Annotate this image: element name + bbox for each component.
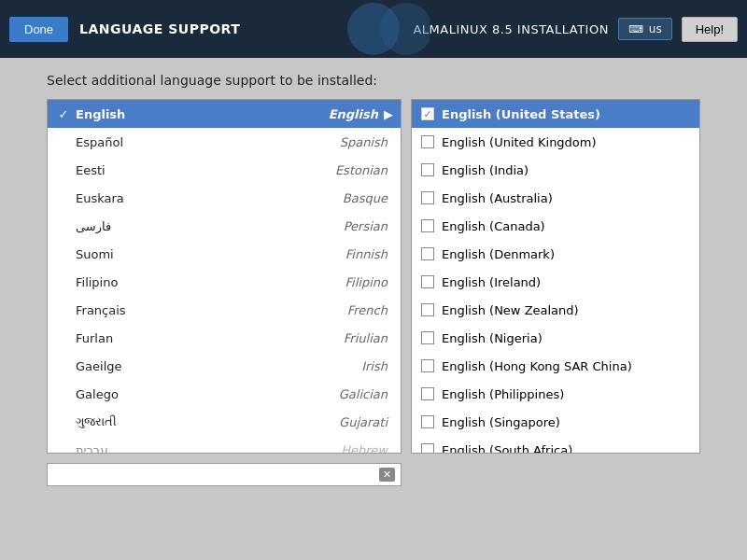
language-item-euskara[interactable]: EuskaraBasque [48,184,401,212]
native-name: עִבְרִית [76,443,341,455]
locale-label: English (Canada) [442,219,545,233]
native-name: فارسی [76,219,344,233]
locale-label: English (Singapore) [442,415,560,429]
language-item-english[interactable]: ✓EnglishEnglish▶ [48,100,401,128]
panels: ✓EnglishEnglish▶EspañolSpanishEestiEston… [47,99,700,454]
locale-label: English (Denmark) [442,247,555,261]
english-name: Gujarati [339,415,388,429]
locale-item-en-dk[interactable]: English (Denmark) [412,240,699,268]
locale-item-en-ca[interactable]: English (Canada) [412,212,699,240]
locale-checkbox [421,303,434,316]
language-item-galego[interactable]: GalegoGalician [48,380,401,408]
native-name: Filipino [76,275,345,289]
locale-checkbox [421,387,434,400]
keyboard-indicator[interactable]: ⌨ us [618,18,672,40]
english-name: Friulian [344,331,388,345]
english-name: Finnish [345,247,388,261]
locale-item-en-za[interactable]: English (South Africa) [412,436,699,454]
language-item-suomi[interactable]: SuomiFinnish [48,240,401,268]
language-item-hebrew[interactable]: עִבְרִיתHebrew [48,436,401,454]
locale-item-en-sg[interactable]: English (Singapore) [412,408,699,436]
locale-checkbox [421,219,434,232]
locale-label: English (Hong Kong SAR China) [442,359,632,373]
native-name: Euskara [76,191,343,205]
language-item-furlan[interactable]: FurlanFriulian [48,324,401,352]
locale-label: English (Ireland) [442,275,541,289]
keyboard-layout: us [649,22,662,35]
language-item-francais[interactable]: FrançaisFrench [48,296,401,324]
native-name: ગુજરાતી [76,414,339,429]
svg-point-0 [347,3,400,55]
locale-item-en-hk[interactable]: English (Hong Kong SAR China) [412,352,699,380]
english-name: English [329,107,378,121]
header: Done LANGUAGE SUPPORT ALMALINUX 8.5 INST… [0,0,747,58]
language-item-eesti[interactable]: EestiEstonian [48,156,401,184]
language-item-gujarati[interactable]: ગુજરાતીGujarati [48,408,401,436]
english-name: Irish [361,359,388,373]
locale-label: English (Philippines) [442,387,564,401]
locale-checkbox [421,415,434,428]
locale-item-en-ph[interactable]: English (Philippines) [412,380,699,408]
locale-list[interactable]: ✓English (United States)English (United … [411,99,700,454]
language-item-farsi[interactable]: فارسیPersian [48,212,401,240]
locale-item-en-gb[interactable]: English (United Kingdom) [412,128,699,156]
native-name: Eesti [76,163,335,177]
english-name: French [347,303,388,317]
locale-item-en-in[interactable]: English (India) [412,156,699,184]
english-name: Hebrew [341,443,388,455]
search-input[interactable] [53,468,379,482]
header-title: LANGUAGE SUPPORT [79,21,240,36]
header-right: ALMALINUX 8.5 INSTALLATION ⌨ us Help! [413,17,738,42]
page-subtitle: Select additional language support to be… [47,73,700,88]
language-item-espanol[interactable]: EspañolSpanish [48,128,401,156]
locale-checkbox: ✓ [421,107,434,120]
keyboard-icon: ⌨ [628,23,643,35]
locale-item-en-ie[interactable]: English (Ireland) [412,268,699,296]
install-title: ALMALINUX 8.5 INSTALLATION [413,22,608,36]
native-name: Galego [76,387,339,401]
done-button[interactable]: Done [9,17,68,42]
search-clear-button[interactable]: ✕ [379,468,395,482]
native-name: English [76,107,329,121]
english-name: Filipino [345,275,388,289]
language-list[interactable]: ✓EnglishEnglish▶EspañolSpanishEestiEston… [47,99,402,454]
locale-checkbox [421,275,434,288]
locale-label: English (India) [442,163,529,177]
native-name: Furlan [76,331,344,345]
locale-label: English (United States) [442,107,600,121]
native-name: Suomi [76,247,345,261]
locale-checkbox [421,443,434,454]
native-name: Gaeilge [76,359,361,373]
english-name: Galician [339,387,388,401]
english-name: Basque [343,191,388,205]
locale-label: English (New Zealand) [442,303,579,317]
content: Select additional language support to be… [0,58,747,501]
locale-checkbox [421,163,434,176]
locale-item-en-au[interactable]: English (Australia) [412,184,699,212]
search-bar: ✕ [47,463,402,486]
language-item-filipino[interactable]: FilipinoFilipino [48,268,401,296]
language-item-gaeilge[interactable]: GaeilgeIrish [48,352,401,380]
english-name: Spanish [340,135,388,149]
locale-checkbox [421,135,434,148]
native-name: Français [76,303,347,317]
locale-label: English (United Kingdom) [442,135,597,149]
locale-label: English (South Africa) [442,443,572,455]
native-name: Español [76,135,340,149]
arrow-icon: ▶ [384,107,393,121]
locale-label: English (Australia) [442,191,553,205]
locale-checkbox [421,247,434,260]
locale-item-en-nz[interactable]: English (New Zealand) [412,296,699,324]
english-name: Estonian [335,163,388,177]
locale-item-en-ng[interactable]: English (Nigeria) [412,324,699,352]
locale-checkbox [421,359,434,372]
locale-checkbox [421,331,434,344]
locale-checkbox [421,191,434,204]
locale-label: English (Nigeria) [442,331,543,345]
help-button[interactable]: Help! [682,17,738,42]
locale-item-en-us[interactable]: ✓English (United States) [412,100,699,128]
english-name: Persian [344,219,388,233]
lang-check-icon: ✓ [55,107,72,121]
header-left: Done LANGUAGE SUPPORT [9,17,240,42]
